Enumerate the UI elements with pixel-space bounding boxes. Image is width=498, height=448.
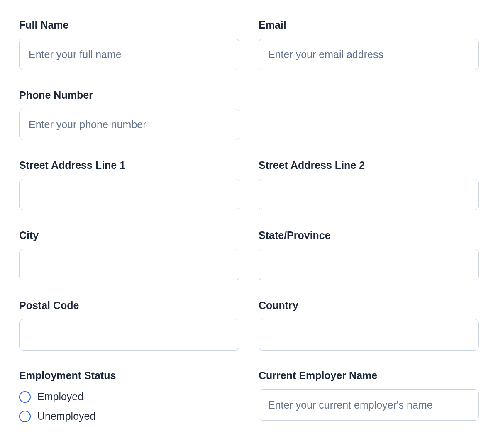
employment-status-radio-group: Employed Unemployed bbox=[19, 391, 239, 422]
postal-input[interactable] bbox=[19, 319, 239, 351]
country-field: Country bbox=[259, 299, 479, 351]
state-field: State/Province bbox=[259, 229, 479, 280]
employment-option-unemployed[interactable]: Unemployed bbox=[19, 410, 239, 422]
employment-option-label: Unemployed bbox=[37, 410, 95, 422]
street1-input[interactable] bbox=[19, 179, 239, 210]
street2-label: Street Address Line 2 bbox=[259, 159, 479, 171]
radio-icon bbox=[19, 391, 31, 403]
phone-input[interactable] bbox=[19, 109, 239, 140]
city-field: City bbox=[19, 229, 239, 280]
full-name-label: Full Name bbox=[19, 19, 239, 31]
phone-field: Phone Number bbox=[19, 89, 239, 140]
postal-field: Postal Code bbox=[19, 299, 239, 351]
form-grid: Full Name Email Phone Number Street Addr… bbox=[19, 19, 479, 422]
radio-icon bbox=[19, 411, 31, 422]
employment-option-employed[interactable]: Employed bbox=[19, 391, 239, 403]
country-label: Country bbox=[259, 299, 479, 312]
employment-status-field: Employment Status Employed Unemployed bbox=[19, 370, 239, 422]
email-field: Email bbox=[259, 19, 479, 70]
empty-cell bbox=[259, 89, 479, 140]
city-input[interactable] bbox=[19, 249, 239, 280]
state-label: State/Province bbox=[259, 229, 479, 241]
street1-field: Street Address Line 1 bbox=[19, 159, 239, 210]
employer-name-input[interactable] bbox=[259, 389, 479, 421]
street1-label: Street Address Line 1 bbox=[19, 159, 239, 171]
employer-name-label: Current Employer Name bbox=[259, 370, 479, 382]
postal-label: Postal Code bbox=[19, 299, 239, 312]
street2-field: Street Address Line 2 bbox=[259, 159, 479, 210]
employment-option-label: Employed bbox=[37, 391, 83, 403]
email-input[interactable] bbox=[259, 39, 479, 70]
street2-input[interactable] bbox=[259, 179, 479, 210]
country-input[interactable] bbox=[259, 319, 479, 351]
state-input[interactable] bbox=[259, 249, 479, 280]
phone-label: Phone Number bbox=[19, 89, 239, 101]
employment-status-label: Employment Status bbox=[19, 370, 239, 382]
employer-name-field: Current Employer Name bbox=[259, 370, 479, 422]
email-label: Email bbox=[259, 19, 479, 31]
full-name-input[interactable] bbox=[19, 39, 239, 70]
city-label: City bbox=[19, 229, 239, 241]
full-name-field: Full Name bbox=[19, 19, 239, 70]
